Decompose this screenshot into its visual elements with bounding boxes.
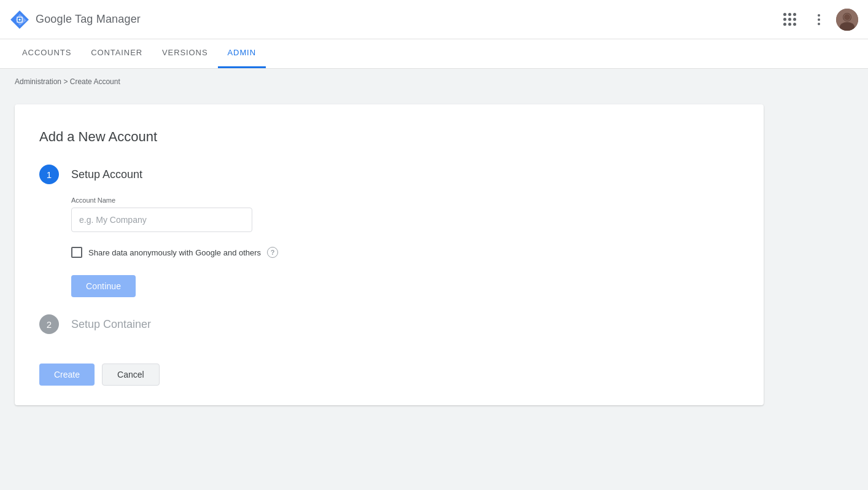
breadcrumb-parent[interactable]: Administration	[15, 77, 61, 86]
step-2-title: Setup Container	[71, 314, 739, 334]
top-navigation: Google Tag Manager	[0, 0, 868, 39]
step-2: 2 Setup Container	[39, 314, 739, 346]
step-1: 1 Setup Account Account Name Share data …	[39, 165, 739, 297]
form-actions: Create Cancel	[39, 364, 739, 386]
step-1-title: Setup Account	[71, 165, 739, 184]
user-avatar[interactable]	[836, 9, 858, 31]
step-2-content: Setup Container	[71, 314, 739, 346]
tab-bar: ACCOUNTS CONTAINER VERSIONS ADMIN	[0, 39, 868, 69]
grid-icon	[783, 13, 796, 26]
tab-versions[interactable]: VERSIONS	[152, 39, 217, 68]
step-1-content: Setup Account Account Name Share data an…	[71, 165, 739, 297]
more-vert-icon	[818, 14, 820, 25]
help-icon[interactable]: ?	[267, 247, 278, 258]
nav-right-actions	[777, 7, 858, 32]
logo-area: Google Tag Manager	[10, 10, 777, 29]
more-options-button[interactable]	[807, 7, 831, 32]
share-data-checkbox[interactable]	[71, 247, 82, 258]
account-name-label: Account Name	[71, 196, 739, 204]
breadcrumb-current: Create Account	[70, 77, 120, 86]
cancel-button[interactable]: Cancel	[102, 364, 160, 386]
app-title: Google Tag Manager	[36, 13, 141, 26]
share-data-row: Share data anonymously with Google and o…	[71, 247, 739, 258]
create-button[interactable]: Create	[39, 364, 95, 386]
avatar-image	[836, 9, 858, 31]
step-2-circle: 2	[39, 314, 59, 334]
gtm-logo-icon	[10, 10, 29, 29]
tab-admin[interactable]: ADMIN	[218, 39, 266, 68]
account-name-group: Account Name	[71, 196, 739, 232]
account-name-input[interactable]	[71, 208, 252, 232]
page-title: Add a New Account	[39, 129, 739, 145]
svg-point-8	[844, 14, 850, 20]
breadcrumb: Administration > Create Account	[0, 69, 868, 95]
share-data-label: Share data anonymously with Google and o…	[88, 248, 261, 257]
continue-button[interactable]: Continue	[71, 275, 136, 297]
step-1-circle: 1	[39, 165, 59, 184]
breadcrumb-separator: >	[63, 77, 69, 86]
tab-accounts[interactable]: ACCOUNTS	[12, 39, 81, 68]
main-content: Add a New Account 1 Setup Account Accoun…	[0, 95, 868, 430]
apps-grid-button[interactable]	[777, 7, 802, 32]
form-card: Add a New Account 1 Setup Account Accoun…	[15, 104, 764, 405]
tab-container[interactable]: CONTAINER	[81, 39, 152, 68]
